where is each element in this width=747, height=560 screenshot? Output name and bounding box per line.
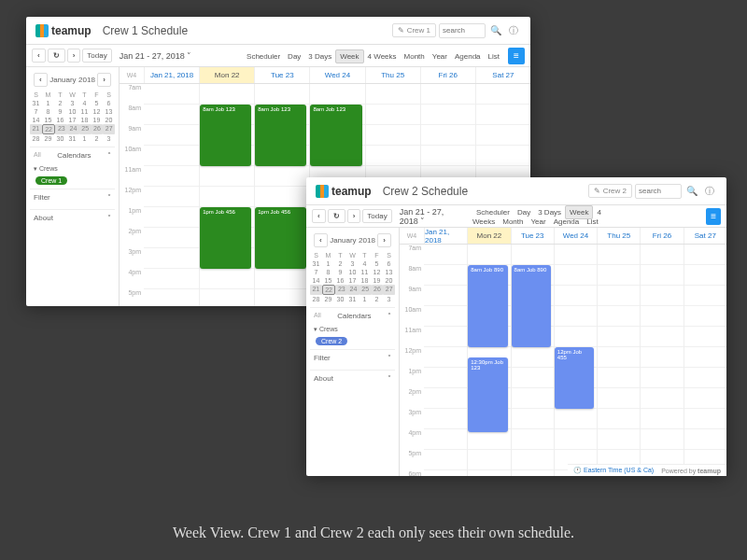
filter-section[interactable]: Filter˅ — [30, 189, 115, 205]
brand-logo: teamup — [35, 24, 92, 37]
page-title: Crew 1 Schedule — [103, 24, 188, 37]
day-col[interactable]: Mon 22 — [199, 67, 254, 83]
calendar-event[interactable]: 12:30pm Job 123 — [468, 357, 507, 432]
day-header-row: W4Jan 21, 2018Mon 22Tue 23Wed 24Thu 25Fr… — [120, 67, 530, 84]
sidebar: ‹January2018› SMTWTFS3112345678910111213… — [306, 228, 400, 476]
view-scheduler[interactable]: Scheduler — [243, 50, 284, 63]
view-week[interactable]: Week — [335, 49, 363, 63]
refresh-button[interactable]: ↻ — [48, 49, 65, 63]
header: teamup Crew 1 Schedule ✎ Crew 1 🔍 ⓘ — [26, 17, 530, 45]
menu-button[interactable]: ≡ — [508, 48, 525, 64]
view-month[interactable]: Month — [401, 50, 429, 63]
hour-gutter: 7am8am9am10am11am12pm1pm2pm3pm4pm5pm6pm7… — [400, 245, 424, 476]
toolbar: ‹ ↻ › Today Jan 21 - 27, 2018 ˅ Schedule… — [26, 45, 530, 67]
day-col[interactable]: Wed 24 — [554, 228, 597, 244]
prev-button[interactable]: ‹ — [32, 49, 46, 63]
calendar-event[interactable]: 12pm Job 455 — [555, 347, 594, 409]
view-switcher: SchedulerDay3 DaysWeek4 WeeksMonthYearAg… — [243, 51, 503, 61]
next-button[interactable]: › — [67, 49, 81, 63]
day-col[interactable]: Thu 25 — [365, 67, 420, 83]
week-grid: W4Jan 21, 2018Mon 22Tue 23Wed 24Thu 25Fr… — [400, 228, 726, 476]
cal-prev[interactable]: ‹ — [314, 233, 328, 247]
day-col[interactable]: Sat 27 — [684, 228, 726, 244]
mini-year[interactable]: 2018 — [78, 76, 95, 84]
view-month[interactable]: Month — [499, 216, 527, 228]
powered-by: Powered by teamup — [661, 468, 721, 474]
view-year[interactable]: Year — [527, 216, 549, 228]
view-agenda[interactable]: Agenda — [451, 50, 485, 63]
about-section[interactable]: About˅ — [30, 209, 115, 226]
cal-next[interactable]: › — [377, 233, 391, 247]
view-4weeks[interactable]: 4 Weeks — [364, 50, 401, 63]
day-col[interactable]: Sat 27 — [475, 67, 530, 83]
crew-tag[interactable]: Crew 2 — [316, 337, 347, 345]
grid-body[interactable]: 8am Job 8908am Job 89012pm Job 45512:30p… — [424, 245, 726, 476]
calendars-section[interactable]: AllCalendars˄ — [30, 147, 115, 163]
search-input[interactable] — [439, 23, 486, 38]
prev-button[interactable]: ‹ — [312, 209, 326, 223]
crew-tag[interactable]: Crew 1 — [35, 176, 67, 185]
day-col[interactable]: Wed 24 — [309, 67, 364, 83]
mini-calendar[interactable]: SMTWTFS311234567891011121314151617181920… — [30, 91, 115, 143]
search-icon[interactable]: 🔍 — [488, 23, 503, 38]
mini-calendar[interactable]: SMTWTFS311234567891011121314151617181920… — [310, 251, 395, 303]
help-icon[interactable]: ⓘ — [702, 184, 717, 199]
view-day[interactable]: Day — [284, 50, 304, 63]
calendars-section[interactable]: AllCalendars˄ — [310, 307, 395, 324]
crews-label[interactable]: ▾ Crews — [30, 163, 115, 175]
calendar-event[interactable]: 8am Job 123 — [255, 105, 306, 166]
header: teamup Crew 2 Schedule ✎ Crew 2 🔍 ⓘ — [306, 177, 726, 205]
day-col[interactable]: Fri 26 — [420, 67, 475, 83]
day-col[interactable]: Jan 21, 2018 — [424, 228, 467, 244]
about-section[interactable]: About˅ — [310, 370, 395, 386]
calendar-event[interactable]: 8am Job 123 — [200, 105, 251, 166]
today-button[interactable]: Today — [82, 49, 111, 63]
search-icon[interactable]: 🔍 — [684, 184, 699, 199]
mini-month[interactable]: January — [330, 236, 356, 245]
logo-icon — [316, 185, 329, 198]
calendar-event[interactable]: 8am Job 123 — [310, 105, 361, 166]
today-button[interactable]: Today — [362, 209, 391, 223]
timezone-link[interactable]: 🕐 Eastern Time (US & Ca) — [573, 467, 654, 474]
hour-gutter: 7am8am9am10am11am12pm1pm2pm3pm4pm5pm6pm7… — [120, 84, 144, 306]
help-icon[interactable]: ⓘ — [506, 23, 521, 38]
next-button[interactable]: › — [347, 209, 361, 223]
filter-section[interactable]: Filter˅ — [310, 349, 395, 366]
search-input[interactable] — [635, 184, 682, 199]
day-col[interactable]: Tue 23 — [254, 67, 309, 83]
cal-prev[interactable]: ‹ — [34, 73, 48, 87]
logo-icon — [35, 24, 49, 37]
footer: 🕐 Eastern Time (US & Ca) Powered by team… — [568, 464, 726, 476]
view-3days[interactable]: 3 Days — [304, 50, 335, 63]
calendar-event[interactable]: 1pm Job 456 — [255, 207, 306, 269]
view-switcher: SchedulerDay3 DaysWeek4 WeeksMonthYearAg… — [472, 207, 701, 226]
view-agenda[interactable]: Agenda — [550, 216, 584, 228]
day-col[interactable]: Fri 26 — [640, 228, 683, 244]
calendar-event[interactable]: 8am Job 890 — [512, 265, 551, 347]
cal-next[interactable]: › — [97, 73, 111, 87]
day-col[interactable]: Tue 23 — [511, 228, 554, 244]
day-col[interactable]: Mon 22 — [467, 228, 510, 244]
refresh-button[interactable]: ↻ — [328, 209, 345, 223]
calendar-event[interactable]: 1pm Job 456 — [200, 207, 251, 269]
toolbar: ‹ ↻ › Today Jan 21 - 27, 2018 ˅ Schedule… — [306, 205, 726, 228]
crew-link[interactable]: ✎ Crew 1 — [392, 23, 436, 37]
brand-logo: teamup — [316, 185, 372, 198]
caption: Week View. Crew 1 and Crew 2 each only s… — [0, 525, 747, 541]
crews-label[interactable]: ▾ Crews — [310, 324, 395, 335]
day-header-row: W4Jan 21, 2018Mon 22Tue 23Wed 24Thu 25Fr… — [400, 228, 726, 245]
day-col[interactable]: Jan 21, 2018 — [144, 67, 199, 83]
view-year[interactable]: Year — [429, 50, 451, 63]
page-title: Crew 2 Schedule — [383, 185, 468, 198]
view-list[interactable]: List — [485, 50, 503, 63]
calendar-event[interactable]: 8am Job 890 — [468, 265, 507, 347]
menu-button[interactable]: ≡ — [706, 208, 721, 225]
view-list[interactable]: List — [583, 216, 601, 228]
date-range[interactable]: Jan 21 - 27, 2018 ˅ — [120, 51, 192, 61]
date-range[interactable]: Jan 21 - 27, 2018 ˅ — [400, 207, 463, 226]
day-col[interactable]: Thu 25 — [597, 228, 640, 244]
window-crew2: teamup Crew 2 Schedule ✎ Crew 2 🔍 ⓘ ‹ ↻ … — [306, 177, 726, 476]
mini-month[interactable]: January — [49, 76, 76, 84]
mini-year[interactable]: 2018 — [359, 236, 375, 245]
crew-link[interactable]: ✎ Crew 2 — [588, 184, 632, 198]
